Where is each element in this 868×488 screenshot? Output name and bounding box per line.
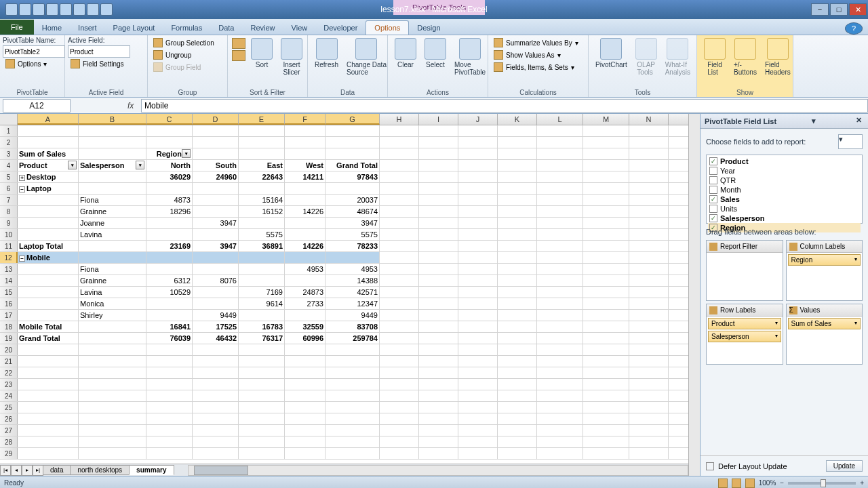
show-values-as-button[interactable]: Show Values As ▾ [491, 49, 564, 61]
view-layout-icon[interactable] [732, 479, 741, 488]
tab-formulas[interactable]: Formulas [163, 21, 210, 35]
field-item[interactable]: Units [708, 204, 861, 214]
defer-checkbox[interactable] [706, 462, 714, 470]
formula-input[interactable]: Mobile [141, 99, 868, 113]
tab-insert[interactable]: Insert [70, 21, 105, 35]
column-header[interactable]: E [239, 114, 285, 125]
fx-icon[interactable]: fx [127, 101, 141, 110]
summarize-values-button[interactable]: Summarize Values By ▾ [491, 37, 581, 49]
zoom-in-button[interactable]: + [860, 479, 864, 487]
horizontal-scrollbar[interactable] [188, 465, 688, 476]
update-button[interactable]: Update [826, 460, 863, 472]
zoom-slider[interactable] [788, 482, 856, 485]
panel-close-icon[interactable]: ✕ [853, 116, 864, 127]
pivotchart-button[interactable]: PivotChart [591, 37, 631, 70]
tab-page-layout[interactable]: Page Layout [105, 21, 163, 35]
options-icon [5, 59, 15, 68]
close-button[interactable]: ✕ [849, 3, 867, 16]
active-field-input[interactable] [68, 45, 130, 58]
field-item[interactable]: ✓Product [708, 157, 861, 166]
field-item[interactable]: ✓Sales [708, 195, 861, 204]
view-break-icon[interactable] [745, 479, 755, 488]
vertical-scrollbar[interactable] [688, 114, 700, 476]
column-header[interactable]: H [380, 114, 419, 125]
maximize-button[interactable]: □ [830, 3, 848, 16]
sort-button[interactable]: Sort [247, 37, 277, 70]
sort-desc-icon[interactable] [232, 50, 245, 61]
field-item[interactable]: Month [708, 185, 861, 195]
move-pivottable-button[interactable]: Move PivotTable [450, 37, 490, 77]
pivottable-name-input[interactable] [3, 45, 65, 58]
report-filter-zone[interactable]: Report Filter [706, 240, 783, 301]
column-header[interactable]: L [537, 114, 583, 125]
save-icon[interactable] [19, 3, 31, 16]
column-header[interactable]: I [419, 114, 458, 125]
field-list-button[interactable]: Field List [700, 37, 730, 77]
values-zone[interactable]: ΣValues Sum of Sales [786, 304, 863, 365]
tab-nav-next[interactable]: ▸ [22, 465, 33, 476]
tab-data[interactable]: Data [210, 21, 242, 35]
ungroup-button[interactable]: Ungroup [151, 49, 194, 61]
view-normal-icon[interactable] [718, 479, 728, 488]
tab-nav-prev[interactable]: ◂ [11, 465, 22, 476]
column-header[interactable]: C [146, 114, 193, 125]
field-headers-button[interactable]: Field Headers [761, 37, 795, 77]
redo-icon[interactable] [73, 3, 85, 16]
panel-dropdown-icon[interactable]: ▾ [812, 117, 816, 125]
sheet-tab[interactable]: data [43, 465, 71, 475]
column-header[interactable]: A [18, 114, 79, 125]
column-header[interactable]: M [583, 114, 629, 125]
group-selection-button[interactable]: Group Selection [151, 37, 217, 49]
sheet-tab[interactable]: north desktops [70, 465, 130, 475]
sort-asc-icon[interactable] [232, 38, 245, 49]
cells-grid[interactable]: 123Sum of SalesRegion ▾4Product ▾Salespe… [0, 125, 688, 464]
undo-icon[interactable] [60, 3, 72, 16]
plus-minus-buttons[interactable]: +/- Buttons [730, 37, 761, 77]
field-item[interactable]: Year [708, 166, 861, 176]
select-button[interactable]: Select [420, 37, 450, 70]
tab-design[interactable]: Design [409, 21, 448, 35]
tab-nav-first[interactable]: |◂ [0, 465, 11, 476]
options-button[interactable]: Options ▾ [3, 58, 50, 70]
layout-button[interactable]: ▾ [838, 134, 863, 149]
column-labels-zone[interactable]: Column Labels Region [786, 240, 863, 301]
zoom-level[interactable]: 100% [759, 479, 776, 487]
help-icon[interactable]: ? [845, 22, 863, 35]
row-labels-zone[interactable]: Row Labels ProductSalesperson [706, 304, 783, 365]
zone-item[interactable]: Sum of Sales [788, 318, 861, 329]
tab-nav-last[interactable]: ▸| [33, 465, 43, 476]
new-icon[interactable] [33, 3, 45, 16]
zone-item[interactable]: Salesperson [708, 331, 781, 342]
tab-review[interactable]: Review [242, 21, 283, 35]
zone-item[interactable]: Product [708, 318, 781, 329]
tab-file[interactable]: File [0, 20, 34, 35]
clear-button[interactable]: Clear [391, 37, 420, 70]
open-icon[interactable] [46, 3, 58, 16]
field-settings-button[interactable]: Field Settings [68, 58, 127, 70]
column-header[interactable]: B [79, 114, 146, 125]
tool-icon[interactable] [87, 3, 99, 16]
zone-item[interactable]: Region [788, 254, 861, 266]
field-item[interactable]: ✓Salesperson [708, 214, 861, 223]
tool-icon[interactable] [100, 3, 113, 16]
insert-slicer-button[interactable]: Insert Slicer [277, 37, 307, 77]
sheet-tab[interactable]: summary [129, 465, 174, 475]
column-header[interactable]: J [458, 114, 498, 125]
zoom-out-button[interactable]: − [780, 479, 784, 487]
column-header[interactable]: G [326, 114, 380, 125]
tab-options[interactable]: Options [366, 20, 409, 35]
select-all-corner[interactable] [0, 114, 18, 125]
field-item[interactable]: QTR [708, 176, 861, 185]
tab-home[interactable]: Home [34, 21, 70, 35]
column-header[interactable]: N [629, 114, 669, 125]
minimize-button[interactable]: − [811, 3, 829, 16]
column-header[interactable]: K [498, 114, 537, 125]
fields-items-sets-button[interactable]: Fields, Items, & Sets ▾ [491, 61, 577, 73]
column-header[interactable]: F [285, 114, 326, 125]
name-box[interactable]: A12 [3, 99, 71, 113]
tab-view[interactable]: View [283, 21, 316, 35]
change-data-source-button[interactable]: Change Data Source [342, 37, 391, 77]
column-header[interactable]: D [193, 114, 239, 125]
refresh-button[interactable]: Refresh [311, 37, 342, 70]
tab-developer[interactable]: Developer [315, 21, 366, 35]
